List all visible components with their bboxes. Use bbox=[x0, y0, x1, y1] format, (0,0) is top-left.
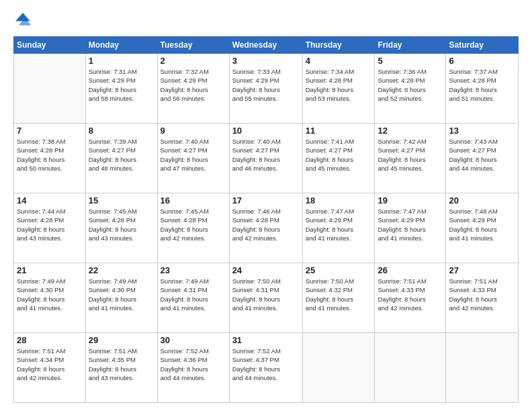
logo-icon bbox=[13, 11, 32, 30]
day-info: Sunrise: 7:52 AM Sunset: 4:37 PM Dayligh… bbox=[232, 347, 300, 382]
day-info: Sunrise: 7:38 AM Sunset: 4:28 PM Dayligh… bbox=[17, 137, 83, 173]
logo bbox=[13, 11, 35, 30]
day-info: Sunrise: 7:52 AM Sunset: 4:36 PM Dayligh… bbox=[161, 347, 226, 382]
day-info: Sunrise: 7:50 AM Sunset: 4:31 PM Dayligh… bbox=[232, 277, 300, 312]
day-info: Sunrise: 7:31 AM Sunset: 4:29 PM Dayligh… bbox=[89, 67, 154, 103]
calendar-cell: 12Sunrise: 7:42 AM Sunset: 4:27 PM Dayli… bbox=[375, 124, 446, 193]
calendar-cell: 6Sunrise: 7:37 AM Sunset: 4:28 PM Daylig… bbox=[446, 54, 519, 124]
day-number: 27 bbox=[449, 265, 515, 275]
calendar-cell: 14Sunrise: 7:44 AM Sunset: 4:28 PM Dayli… bbox=[14, 193, 86, 263]
calendar-cell bbox=[302, 333, 375, 403]
day-number: 30 bbox=[161, 335, 226, 345]
calendar-cell: 8Sunrise: 7:39 AM Sunset: 4:27 PM Daylig… bbox=[85, 124, 157, 193]
day-number: 26 bbox=[378, 265, 443, 275]
calendar-cell: 23Sunrise: 7:49 AM Sunset: 4:31 PM Dayli… bbox=[157, 263, 229, 333]
day-number: 9 bbox=[161, 126, 226, 136]
calendar-cell: 4Sunrise: 7:34 AM Sunset: 4:28 PM Daylig… bbox=[302, 54, 375, 124]
weekday-header: Sunday bbox=[14, 37, 86, 54]
day-info: Sunrise: 7:40 AM Sunset: 4:27 PM Dayligh… bbox=[232, 137, 300, 173]
day-info: Sunrise: 7:47 AM Sunset: 4:29 PM Dayligh… bbox=[378, 207, 443, 242]
calendar-cell: 25Sunrise: 7:50 AM Sunset: 4:32 PM Dayli… bbox=[302, 263, 375, 333]
day-number: 8 bbox=[89, 126, 154, 136]
day-number: 22 bbox=[89, 265, 154, 275]
calendar-cell: 18Sunrise: 7:47 AM Sunset: 4:29 PM Dayli… bbox=[302, 193, 375, 263]
calendar-cell bbox=[375, 333, 446, 403]
calendar-cell: 5Sunrise: 7:36 AM Sunset: 4:28 PM Daylig… bbox=[375, 54, 446, 124]
page: SundayMondayTuesdayWednesdayThursdayFrid… bbox=[0, 0, 532, 411]
weekday-header: Friday bbox=[375, 37, 446, 54]
day-number: 6 bbox=[449, 56, 515, 66]
day-info: Sunrise: 7:36 AM Sunset: 4:28 PM Dayligh… bbox=[378, 67, 443, 103]
day-info: Sunrise: 7:45 AM Sunset: 4:28 PM Dayligh… bbox=[89, 207, 154, 242]
day-info: Sunrise: 7:49 AM Sunset: 4:30 PM Dayligh… bbox=[89, 277, 154, 312]
calendar-cell: 3Sunrise: 7:33 AM Sunset: 4:29 PM Daylig… bbox=[229, 54, 302, 124]
day-number: 29 bbox=[89, 335, 154, 345]
day-number: 7 bbox=[17, 126, 83, 136]
calendar-cell: 17Sunrise: 7:46 AM Sunset: 4:28 PM Dayli… bbox=[229, 193, 302, 263]
day-number: 21 bbox=[17, 265, 83, 275]
day-number: 12 bbox=[378, 126, 443, 136]
calendar-cell: 22Sunrise: 7:49 AM Sunset: 4:30 PM Dayli… bbox=[85, 263, 157, 333]
calendar-cell: 30Sunrise: 7:52 AM Sunset: 4:36 PM Dayli… bbox=[157, 333, 229, 403]
day-info: Sunrise: 7:32 AM Sunset: 4:29 PM Dayligh… bbox=[161, 67, 226, 103]
day-number: 31 bbox=[232, 335, 300, 345]
day-info: Sunrise: 7:51 AM Sunset: 4:34 PM Dayligh… bbox=[17, 347, 83, 382]
calendar-cell: 27Sunrise: 7:51 AM Sunset: 4:33 PM Dayli… bbox=[446, 263, 519, 333]
day-info: Sunrise: 7:43 AM Sunset: 4:27 PM Dayligh… bbox=[449, 137, 515, 173]
calendar-cell bbox=[14, 54, 86, 124]
weekday-header: Saturday bbox=[446, 37, 519, 54]
calendar-week-row: 21Sunrise: 7:49 AM Sunset: 4:30 PM Dayli… bbox=[14, 263, 519, 333]
day-number: 13 bbox=[449, 126, 515, 136]
day-info: Sunrise: 7:37 AM Sunset: 4:28 PM Dayligh… bbox=[449, 67, 515, 103]
calendar-cell bbox=[446, 333, 519, 403]
calendar-cell: 19Sunrise: 7:47 AM Sunset: 4:29 PM Dayli… bbox=[375, 193, 446, 263]
calendar-cell: 15Sunrise: 7:45 AM Sunset: 4:28 PM Dayli… bbox=[85, 193, 157, 263]
calendar-week-row: 1Sunrise: 7:31 AM Sunset: 4:29 PM Daylig… bbox=[14, 54, 519, 124]
day-number: 3 bbox=[232, 56, 300, 66]
calendar-cell: 31Sunrise: 7:52 AM Sunset: 4:37 PM Dayli… bbox=[229, 333, 302, 403]
day-number: 10 bbox=[232, 126, 300, 136]
calendar-cell: 16Sunrise: 7:45 AM Sunset: 4:28 PM Dayli… bbox=[157, 193, 229, 263]
day-number: 4 bbox=[306, 56, 372, 66]
day-number: 11 bbox=[306, 126, 372, 136]
day-number: 28 bbox=[17, 335, 83, 345]
day-number: 19 bbox=[378, 195, 443, 205]
day-number: 24 bbox=[232, 265, 300, 275]
day-info: Sunrise: 7:42 AM Sunset: 4:27 PM Dayligh… bbox=[378, 137, 443, 173]
calendar-cell: 21Sunrise: 7:49 AM Sunset: 4:30 PM Dayli… bbox=[14, 263, 86, 333]
calendar-week-row: 14Sunrise: 7:44 AM Sunset: 4:28 PM Dayli… bbox=[14, 193, 519, 263]
day-info: Sunrise: 7:50 AM Sunset: 4:32 PM Dayligh… bbox=[306, 277, 372, 312]
weekday-header: Wednesday bbox=[229, 37, 302, 54]
calendar-cell: 29Sunrise: 7:51 AM Sunset: 4:35 PM Dayli… bbox=[85, 333, 157, 403]
day-info: Sunrise: 7:51 AM Sunset: 4:35 PM Dayligh… bbox=[89, 347, 154, 382]
day-info: Sunrise: 7:51 AM Sunset: 4:33 PM Dayligh… bbox=[449, 277, 515, 312]
calendar-cell: 26Sunrise: 7:51 AM Sunset: 4:33 PM Dayli… bbox=[375, 263, 446, 333]
calendar-cell: 1Sunrise: 7:31 AM Sunset: 4:29 PM Daylig… bbox=[85, 54, 157, 124]
calendar-table: SundayMondayTuesdayWednesdayThursdayFrid… bbox=[13, 36, 519, 403]
day-number: 17 bbox=[232, 195, 300, 205]
day-info: Sunrise: 7:47 AM Sunset: 4:29 PM Dayligh… bbox=[306, 207, 372, 242]
day-number: 20 bbox=[449, 195, 515, 205]
day-number: 2 bbox=[161, 56, 226, 66]
day-info: Sunrise: 7:45 AM Sunset: 4:28 PM Dayligh… bbox=[161, 207, 226, 242]
day-number: 16 bbox=[161, 195, 226, 205]
day-info: Sunrise: 7:41 AM Sunset: 4:27 PM Dayligh… bbox=[306, 137, 372, 173]
calendar-cell: 11Sunrise: 7:41 AM Sunset: 4:27 PM Dayli… bbox=[302, 124, 375, 193]
weekday-header: Thursday bbox=[302, 37, 375, 54]
day-info: Sunrise: 7:40 AM Sunset: 4:27 PM Dayligh… bbox=[161, 137, 226, 173]
day-info: Sunrise: 7:33 AM Sunset: 4:29 PM Dayligh… bbox=[232, 67, 300, 103]
calendar-cell: 20Sunrise: 7:48 AM Sunset: 4:29 PM Dayli… bbox=[446, 193, 519, 263]
calendar-cell: 9Sunrise: 7:40 AM Sunset: 4:27 PM Daylig… bbox=[157, 124, 229, 193]
calendar-cell: 2Sunrise: 7:32 AM Sunset: 4:29 PM Daylig… bbox=[157, 54, 229, 124]
calendar-week-row: 7Sunrise: 7:38 AM Sunset: 4:28 PM Daylig… bbox=[14, 124, 519, 193]
calendar-header-row: SundayMondayTuesdayWednesdayThursdayFrid… bbox=[14, 37, 519, 54]
day-info: Sunrise: 7:49 AM Sunset: 4:31 PM Dayligh… bbox=[161, 277, 226, 312]
calendar-cell: 7Sunrise: 7:38 AM Sunset: 4:28 PM Daylig… bbox=[14, 124, 86, 193]
day-number: 14 bbox=[17, 195, 83, 205]
day-number: 25 bbox=[306, 265, 372, 275]
calendar-cell: 13Sunrise: 7:43 AM Sunset: 4:27 PM Dayli… bbox=[446, 124, 519, 193]
svg-marker-0 bbox=[15, 13, 30, 21]
day-info: Sunrise: 7:49 AM Sunset: 4:30 PM Dayligh… bbox=[17, 277, 83, 312]
day-number: 5 bbox=[378, 56, 443, 66]
day-info: Sunrise: 7:39 AM Sunset: 4:27 PM Dayligh… bbox=[89, 137, 154, 173]
